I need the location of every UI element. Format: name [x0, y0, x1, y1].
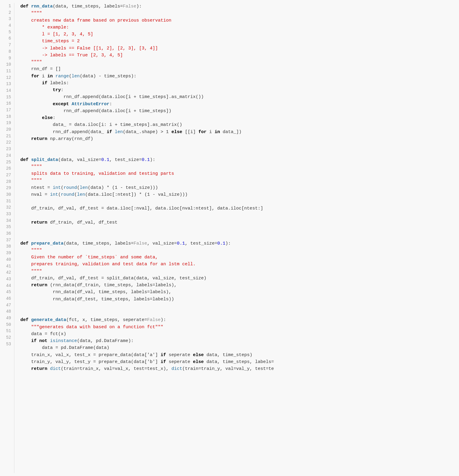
line-number: 9 [3, 55, 11, 62]
line-number: 6 [3, 35, 11, 42]
line-number: 2 [3, 10, 11, 16]
kw-token: if [161, 359, 166, 364]
normal-token: (rnn_data(df_train, time_steps, labels=l… [47, 283, 177, 288]
string-token: """" [31, 11, 42, 16]
code-line: -> labels == False [[1, 2], [2, 3], [3, … [20, 45, 453, 52]
line-number: 45 [3, 289, 11, 296]
string-token: """" [20, 269, 42, 274]
builtin-token: range [55, 74, 69, 79]
string-token: prepares training, validation and test d… [20, 262, 196, 267]
normal-token [20, 102, 53, 107]
normal-token: np.array(rnn_df) [47, 136, 93, 141]
line-number: 18 [3, 114, 11, 120]
code-line: except AttributeError: [20, 101, 453, 108]
kw-token: if [31, 338, 37, 344]
normal-token: : [53, 115, 55, 120]
normal-token: rnn_df = [] [20, 67, 61, 72]
normal-token: data, time_steps, labels= [204, 359, 274, 364]
code-line: time_steps = 2 [20, 38, 453, 45]
normal-token: seperate [166, 353, 193, 358]
param-default-token: False [123, 4, 136, 9]
normal-token: rnn_data(df_val, time_steps, labels=labe… [20, 290, 171, 295]
code-line: rnn_df.append(data.iloc[i + time_steps].… [20, 94, 453, 100]
code-line: def prepare_data(data, time_steps, label… [20, 240, 453, 247]
line-number: 32 [3, 204, 11, 211]
fn-token: AttributeError [72, 102, 109, 107]
code-editor: 1234567891011121314151617181920212223242… [0, 0, 459, 476]
kw-token: for [31, 74, 39, 79]
line-number: 5 [3, 29, 11, 36]
kw-token: if [42, 81, 47, 86]
kw-token: if [161, 353, 166, 358]
line-number: 24 [3, 153, 11, 159]
line-number: 40 [3, 257, 11, 263]
normal-token: seperate [166, 359, 193, 364]
normal-token [20, 115, 42, 120]
normal-token [20, 248, 31, 253]
line-number: 46 [3, 296, 11, 302]
normal-token: (data) - time_steps): [80, 74, 136, 79]
kw-token: if [107, 129, 112, 135]
normal-token [20, 220, 31, 225]
code-line [20, 212, 453, 219]
kw-token: def [20, 157, 31, 162]
kw-token: return [31, 283, 47, 288]
line-number: 12 [3, 75, 11, 81]
code-line: rnn_df.append(data.iloc[i + time_steps]) [20, 108, 453, 115]
string-token: * example: [20, 25, 69, 30]
code-line [20, 142, 453, 149]
code-line: data = fct(x) [20, 331, 453, 338]
kw-token: for [198, 129, 206, 135]
line-number: 39 [3, 250, 11, 257]
normal-token [20, 366, 31, 371]
normal-token: , val_size= [147, 241, 177, 246]
normal-token [37, 338, 39, 344]
line-number: 30 [3, 192, 11, 198]
string-token: """" [20, 60, 42, 65]
line-number: 34 [3, 218, 11, 224]
normal-token: data = fct(x) [20, 332, 66, 337]
kw-token: return [31, 136, 47, 141]
fn-token: prepare_data [31, 241, 64, 246]
code-line: if not isinstance(data, pd.DataFrame): [20, 338, 453, 344]
code-line: splits data to training, validation and … [20, 170, 453, 177]
code-line: """" [20, 59, 453, 66]
normal-token: i [39, 74, 47, 79]
normal-token: : [61, 88, 64, 93]
line-number: 52 [3, 335, 11, 341]
code-line: rnn_df = [] [20, 66, 453, 73]
normal-token: (data, time_steps, labels= [64, 241, 134, 246]
string-token: time_steps = 2 [20, 39, 80, 44]
line-number: 14 [3, 88, 11, 94]
line-number: 7 [3, 42, 11, 49]
line-number: 19 [3, 120, 11, 126]
code-line: creates new data frame based on previous… [20, 17, 453, 24]
normal-token: ( [61, 185, 64, 190]
string-token: Given the number of `time_steps` and som… [20, 255, 158, 260]
code-content[interactable]: def rnn_data(data, time_steps, labels=Fa… [14, 3, 459, 473]
line-number: 3 [3, 16, 11, 22]
normal-token [47, 366, 50, 371]
code-line: if labels: [20, 80, 453, 87]
code-line: df_train, df_val, df_test = data.iloc[:n… [20, 205, 453, 212]
normal-token: rnn_data(df_test, time_steps, labels=lab… [20, 297, 174, 302]
fn-token: split_data [31, 157, 58, 162]
code-line: l = [1, 2, 3, 4, 5] [20, 31, 453, 38]
code-line: def rnn_data(data, time_steps, labels=Fa… [20, 3, 453, 10]
normal-token: ( [74, 192, 77, 197]
code-line: rnn_data(df_val, time_steps, labels=labe… [20, 289, 453, 296]
builtin-token: len [77, 192, 85, 197]
kw-token: in [47, 74, 53, 79]
normal-token [69, 102, 72, 107]
normal-token [20, 164, 31, 169]
line-number: 36 [3, 231, 11, 237]
line-number: 35 [3, 224, 11, 231]
line-number: 53 [3, 341, 11, 348]
normal-token: df_train, df_val, df_test [47, 220, 117, 225]
code-line: -> labels == True [2, 3, 4, 5] [20, 52, 453, 59]
number-token: 0.1 [177, 241, 185, 246]
normal-token [20, 74, 31, 79]
normal-token: i [206, 129, 215, 135]
line-number: 8 [3, 49, 11, 55]
normal-token: (data, time_steps, labels= [53, 4, 123, 9]
